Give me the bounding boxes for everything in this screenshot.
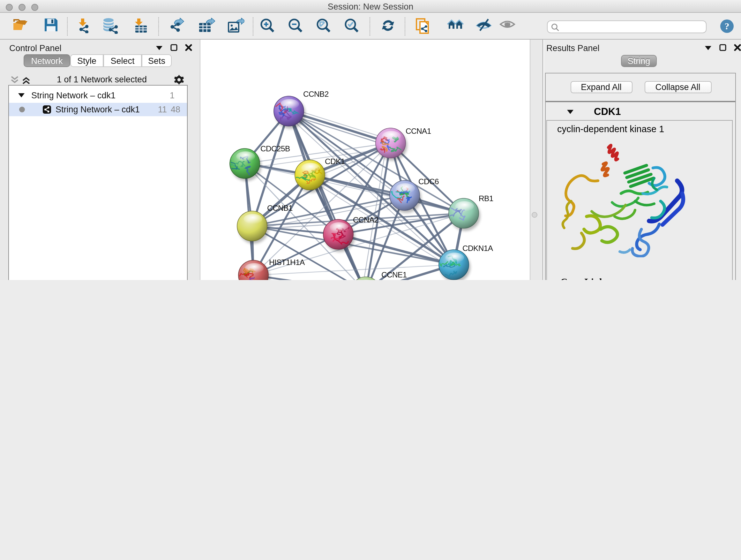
- svg-text:CCNA1: CCNA1: [406, 127, 431, 135]
- svg-text:CCNB1: CCNB1: [267, 204, 293, 212]
- svg-text:CCNB2: CCNB2: [303, 90, 329, 98]
- svg-text:HIST1H1A: HIST1H1A: [269, 258, 305, 266]
- svg-text:RB1: RB1: [479, 194, 493, 203]
- svg-text:CCNA2: CCNA2: [353, 215, 379, 224]
- svg-text:CDK1: CDK1: [325, 157, 345, 166]
- svg-text:CCNE1: CCNE1: [381, 270, 407, 279]
- svg-text:CDC25B: CDC25B: [260, 144, 290, 153]
- svg-text:?: ?: [725, 21, 730, 31]
- svg-text:CDKN1A: CDKN1A: [462, 244, 493, 253]
- svg-text:CDC6: CDC6: [418, 177, 439, 186]
